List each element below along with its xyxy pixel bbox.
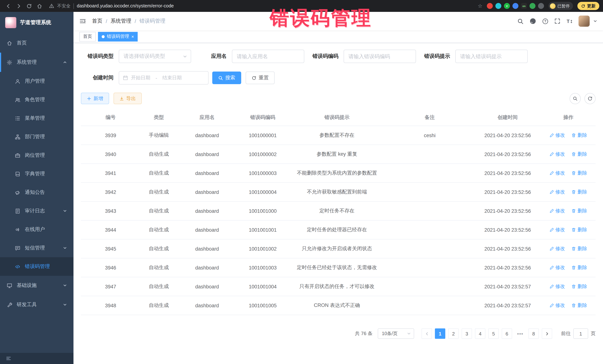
trash-icon bbox=[572, 303, 576, 308]
bookmark-star-icon[interactable]: ☆ bbox=[478, 3, 482, 9]
extensions-puzzle-icon[interactable] bbox=[538, 3, 544, 9]
edit-link[interactable]: 修改 bbox=[549, 189, 565, 195]
extension-icon[interactable] bbox=[530, 3, 535, 9]
page-button[interactable]: 8 bbox=[528, 328, 539, 339]
sidebar-item-home[interactable]: 首页 bbox=[0, 33, 73, 53]
edit-link[interactable]: 修改 bbox=[549, 283, 565, 290]
page-button[interactable]: 1 bbox=[435, 328, 445, 339]
edit-link[interactable]: 修改 bbox=[549, 226, 565, 233]
delete-link[interactable]: 删除 bbox=[572, 283, 587, 290]
extension-icon[interactable] bbox=[495, 3, 501, 9]
date-range-picker[interactable]: 开始日期 - 结束日期 bbox=[119, 71, 209, 85]
chevron-down-icon[interactable] bbox=[593, 19, 597, 23]
font-size-button[interactable]: T bbox=[566, 18, 573, 24]
browser-back-button[interactable] bbox=[4, 1, 13, 10]
sidebar-item-dict-management[interactable]: 字典管理 bbox=[0, 165, 73, 183]
sidebar-item-system-management[interactable]: 系统管理 bbox=[0, 53, 73, 72]
page-button[interactable]: 6 bbox=[502, 328, 512, 339]
reset-button[interactable]: 重置 bbox=[246, 72, 275, 84]
sidebar-item-audit-log[interactable]: 审计日志 bbox=[0, 202, 73, 220]
tag-home[interactable]: 首页 bbox=[79, 32, 96, 41]
address-bar[interactable]: 不安全 dashboard.yudao.iocoder.cn/system/er… bbox=[49, 3, 482, 9]
user-avatar[interactable] bbox=[579, 16, 590, 27]
edit-link[interactable]: 修改 bbox=[549, 264, 565, 271]
sidebar-item-label: 角色管理 bbox=[25, 96, 45, 103]
page-button[interactable]: 5 bbox=[488, 328, 499, 339]
toggle-search-button[interactable] bbox=[570, 93, 581, 104]
app-logo[interactable]: 芋道管理系统 bbox=[0, 12, 73, 33]
goto-page-input[interactable] bbox=[573, 328, 588, 339]
table-row: 3943 自动生成 dashboard 1001001000 定时任务不存在 2… bbox=[81, 201, 596, 220]
refresh-table-button[interactable] bbox=[584, 93, 596, 104]
header-search-button[interactable] bbox=[517, 18, 524, 24]
error-type-select[interactable]: 请选择错误码类型 bbox=[119, 50, 191, 63]
delete-link[interactable]: 删除 bbox=[572, 170, 587, 176]
breadcrumb-home[interactable]: 首页 bbox=[92, 18, 103, 24]
delete-link[interactable]: 删除 bbox=[572, 226, 587, 233]
fullscreen-button[interactable] bbox=[554, 18, 560, 24]
filter-row-2: 创建时间 开始日期 - 结束日期 搜索 重置 bbox=[81, 71, 596, 85]
delete-link[interactable]: 删除 bbox=[572, 132, 587, 139]
browser-profile-badge[interactable]: 已暂停 bbox=[548, 2, 573, 10]
next-page-button[interactable] bbox=[542, 328, 552, 339]
cell-type: 自动生成 bbox=[140, 201, 177, 220]
delete-link[interactable]: 删除 bbox=[572, 208, 587, 214]
extension-icon[interactable]: V bbox=[504, 3, 510, 9]
more-pages-button[interactable]: ••• bbox=[515, 328, 525, 339]
notice-icon bbox=[15, 190, 20, 195]
delete-link[interactable]: 删除 bbox=[572, 151, 587, 157]
sidebar-item-infrastructure[interactable]: 基础设施 bbox=[0, 276, 73, 295]
sidebar-item-menu-management[interactable]: 菜单管理 bbox=[0, 109, 73, 128]
page-size-select[interactable]: 10条/页 bbox=[378, 328, 414, 339]
edit-link[interactable]: 修改 bbox=[549, 208, 565, 214]
table-row: 3942 自动生成 dashboard 1001000004 不允许获取敏感配置… bbox=[81, 183, 596, 201]
extension-icon[interactable] bbox=[512, 3, 518, 9]
delete-link[interactable]: 删除 bbox=[572, 189, 587, 195]
sidebar-item-error-code-management[interactable]: 错误码管理 bbox=[0, 257, 73, 276]
sidebar-toggle-button[interactable] bbox=[79, 18, 86, 24]
edit-pencil-icon bbox=[549, 171, 554, 175]
tag-error-code-management[interactable]: 错误码管理 × bbox=[98, 32, 138, 41]
page-button[interactable]: 2 bbox=[448, 328, 459, 339]
sidebar-item-user-management[interactable]: 用户管理 bbox=[0, 72, 73, 90]
export-button[interactable]: 导出 bbox=[114, 93, 142, 104]
sidebar-item-post-management[interactable]: 岗位管理 bbox=[0, 146, 73, 165]
sidebar-item-role-management[interactable]: 角色管理 bbox=[0, 90, 73, 109]
sidebar-item-notice[interactable]: 通知公告 bbox=[0, 183, 73, 202]
error-code-input[interactable] bbox=[348, 53, 411, 59]
sidebar-item-sms-management[interactable]: 短信管理 bbox=[0, 239, 73, 257]
sidebar: 芋道管理系统 首页 系统管理 用户管理 角色管理 菜单管理 bbox=[0, 12, 73, 364]
edit-link[interactable]: 修改 bbox=[549, 245, 565, 252]
page-button[interactable]: 3 bbox=[462, 328, 472, 339]
delete-link[interactable]: 删除 bbox=[572, 245, 587, 252]
edit-link[interactable]: 修改 bbox=[549, 302, 565, 309]
cell-remark bbox=[385, 296, 474, 315]
edit-link[interactable]: 修改 bbox=[549, 151, 565, 157]
fullscreen-icon bbox=[554, 18, 560, 24]
sidebar-item-dev-tools[interactable]: 研发工具 bbox=[0, 295, 73, 314]
breadcrumb-system[interactable]: 系统管理 bbox=[111, 18, 131, 24]
tag-close-icon[interactable]: × bbox=[131, 34, 134, 39]
delete-link[interactable]: 删除 bbox=[572, 264, 587, 271]
search-button[interactable]: 搜索 bbox=[212, 72, 241, 84]
error-hint-input[interactable] bbox=[460, 53, 523, 59]
sidebar-collapse-bar[interactable] bbox=[0, 353, 73, 364]
extension-icon[interactable] bbox=[487, 3, 493, 9]
browser-home-button[interactable] bbox=[35, 1, 44, 10]
delete-link[interactable]: 删除 bbox=[572, 302, 587, 309]
cell-type: 自动生成 bbox=[140, 164, 177, 183]
extension-icon[interactable]: on bbox=[521, 3, 527, 9]
edit-link[interactable]: 修改 bbox=[549, 170, 565, 176]
browser-reload-button[interactable] bbox=[24, 1, 33, 10]
github-button[interactable] bbox=[530, 18, 536, 24]
page-button[interactable]: 4 bbox=[475, 328, 485, 339]
browser-update-button[interactable]: 更新 bbox=[577, 2, 599, 10]
add-button[interactable]: 新增 bbox=[81, 93, 109, 104]
prev-page-button[interactable] bbox=[422, 328, 432, 339]
browser-forward-button[interactable] bbox=[14, 1, 23, 10]
app-name-input[interactable] bbox=[237, 53, 300, 59]
sidebar-item-online-users[interactable]: 在线用户 bbox=[0, 220, 73, 239]
sidebar-item-dept-management[interactable]: 部门管理 bbox=[0, 128, 73, 146]
edit-link[interactable]: 修改 bbox=[549, 132, 565, 139]
docs-help-button[interactable]: ? bbox=[542, 18, 548, 24]
